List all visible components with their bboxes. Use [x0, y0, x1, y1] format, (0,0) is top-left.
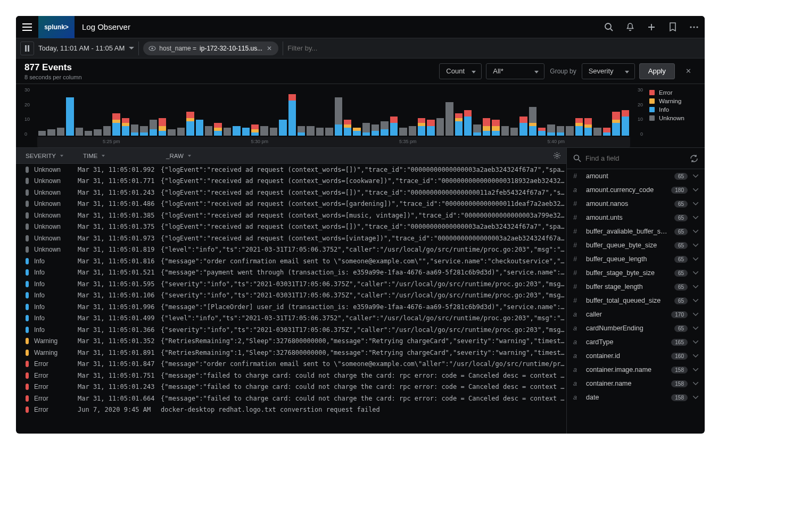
- bar[interactable]: [455, 113, 463, 136]
- time-range-picker[interactable]: Today, 11:01 AM - 11:05 AM: [38, 44, 134, 52]
- field-row[interactable]: #buffer_stage_byte_size65: [567, 266, 705, 280]
- table-row[interactable]: UnknownMar 31, 11:05:01.243{"logEvent":"…: [16, 187, 566, 198]
- bar[interactable]: [122, 118, 129, 136]
- menu-button[interactable]: [16, 16, 38, 38]
- bar[interactable]: [279, 120, 286, 136]
- column-raw[interactable]: _RAW: [161, 153, 547, 159]
- table-row[interactable]: ErrorMar 31, 11:05:01.751{"message":"fai…: [16, 370, 566, 381]
- bar[interactable]: [233, 126, 240, 136]
- field-row[interactable]: acardNumberEnding65: [567, 321, 705, 335]
- bar[interactable]: [492, 120, 499, 136]
- apply-button[interactable]: Apply: [639, 63, 675, 79]
- table-row[interactable]: WarningMar 31, 11:05:01.891{"RetriesRema…: [16, 347, 566, 359]
- table-row[interactable]: InfoMar 31, 11:05:01.106{"severity":"inf…: [16, 290, 566, 302]
- bar[interactable]: [390, 117, 398, 136]
- table-row[interactable]: WarningMar 31, 11:05:01.352{"RetriesRema…: [16, 336, 566, 347]
- table-row[interactable]: UnknownMar 31, 11:05:01.973{"logEvent":"…: [16, 232, 566, 244]
- bar[interactable]: [353, 128, 360, 136]
- bookmark-icon[interactable]: [662, 16, 683, 38]
- bar[interactable]: [436, 118, 444, 136]
- bar[interactable]: [177, 128, 185, 136]
- table-row[interactable]: ErrorMar 31, 11:05:01.243{"message":"fai…: [16, 381, 566, 393]
- bar[interactable]: [103, 126, 111, 136]
- table-row[interactable]: ErrorMar 31, 11:05:01.847{"message":"ord…: [16, 359, 566, 370]
- more-icon[interactable]: [683, 16, 705, 38]
- bar[interactable]: [214, 123, 221, 136]
- table-row[interactable]: InfoMar 31, 11:05:01.366{"severity":"inf…: [16, 324, 566, 336]
- bar[interactable]: [335, 97, 342, 136]
- bar[interactable]: [224, 128, 231, 136]
- bar[interactable]: [547, 124, 555, 136]
- bar[interactable]: [418, 118, 425, 136]
- bar[interactable]: [288, 94, 296, 136]
- table-row[interactable]: UnknownMar 31, 11:05:01.992{"logEvent":"…: [16, 164, 566, 176]
- table-row[interactable]: UnknownMar 31, 11:05:01.375{"logEvent":"…: [16, 221, 566, 233]
- bar[interactable]: [242, 128, 250, 136]
- search-icon[interactable]: [598, 16, 620, 38]
- bar[interactable]: [251, 124, 259, 136]
- bar[interactable]: [131, 124, 138, 136]
- bar[interactable]: [538, 128, 546, 136]
- bar[interactable]: [205, 126, 212, 136]
- bar[interactable]: [150, 120, 157, 136]
- table-row[interactable]: InfoMar 31, 11:05:01.595{"severity":"inf…: [16, 278, 566, 290]
- field-row[interactable]: #buffer_avaliable_buffer_sp...65: [567, 225, 705, 238]
- table-settings[interactable]: [547, 152, 566, 160]
- table-row[interactable]: UnknownMar 31, 11:05:01.385{"logEvent":"…: [16, 210, 566, 221]
- field-search-input[interactable]: [585, 154, 686, 162]
- bar[interactable]: [38, 131, 46, 136]
- bar[interactable]: [260, 126, 268, 136]
- bar[interactable]: [584, 118, 592, 136]
- bar[interactable]: [196, 120, 203, 136]
- bar[interactable]: [557, 126, 564, 136]
- bar[interactable]: [519, 117, 527, 136]
- field-row[interactable]: #amount65: [567, 169, 705, 183]
- table-row[interactable]: ErrorMar 31, 11:05:01.664{"message":"fai…: [16, 393, 566, 404]
- field-row[interactable]: #buffer_queue_byte_size65: [567, 238, 705, 252]
- bar[interactable]: [66, 97, 73, 136]
- bar[interactable]: [464, 110, 472, 136]
- bar[interactable]: [57, 128, 64, 136]
- field-row[interactable]: #amount.unts65: [567, 211, 705, 225]
- bar[interactable]: [566, 126, 573, 136]
- bar[interactable]: [307, 126, 314, 136]
- chart-bars[interactable]: [37, 87, 630, 136]
- table-row[interactable]: InfoMar 31, 11:05:01.816{"message":"orde…: [16, 255, 566, 267]
- bar[interactable]: [316, 128, 324, 136]
- close-button[interactable]: ✕: [680, 67, 696, 75]
- table-row[interactable]: UnknownMar 31, 11:05:01.486{"logEvent":"…: [16, 198, 566, 210]
- bar[interactable]: [76, 128, 83, 136]
- field-row[interactable]: aamount.currency_code180: [567, 183, 705, 197]
- bar[interactable]: [94, 129, 101, 136]
- bar[interactable]: [159, 118, 166, 136]
- bar[interactable]: [270, 128, 277, 136]
- bar[interactable]: [483, 118, 490, 136]
- refresh-icon[interactable]: [690, 154, 698, 163]
- bar[interactable]: [622, 110, 629, 136]
- field-row[interactable]: acontainer.image.name158: [567, 363, 705, 377]
- bar[interactable]: [381, 121, 388, 136]
- bar[interactable]: [575, 118, 583, 136]
- bar[interactable]: [501, 126, 509, 136]
- field-row[interactable]: adate158: [567, 390, 705, 404]
- bar[interactable]: [47, 129, 55, 136]
- pause-button[interactable]: [20, 41, 34, 55]
- field-row[interactable]: acardType165: [567, 335, 705, 349]
- bar[interactable]: [140, 126, 147, 136]
- scope-select[interactable]: All*: [486, 63, 544, 79]
- bar[interactable]: [168, 129, 175, 136]
- bar[interactable]: [372, 124, 379, 136]
- field-row[interactable]: acontainer.id160: [567, 349, 705, 363]
- bar[interactable]: [427, 120, 434, 136]
- field-row[interactable]: #amount.nanos65: [567, 197, 705, 211]
- bar[interactable]: [445, 102, 453, 136]
- bar[interactable]: [510, 128, 518, 136]
- aggregation-select[interactable]: Count: [439, 63, 482, 79]
- bar[interactable]: [399, 128, 407, 136]
- table-row[interactable]: ErrorJun 7, 2020 9:45 AMdocker-desktop r…: [16, 404, 566, 416]
- bar[interactable]: [362, 123, 370, 136]
- column-severity[interactable]: SEVERITY: [16, 153, 78, 159]
- bar[interactable]: [473, 124, 481, 136]
- table-row[interactable]: InfoMar 31, 11:05:01.499{"level":"info",…: [16, 313, 566, 325]
- field-row[interactable]: acaller170: [567, 307, 705, 321]
